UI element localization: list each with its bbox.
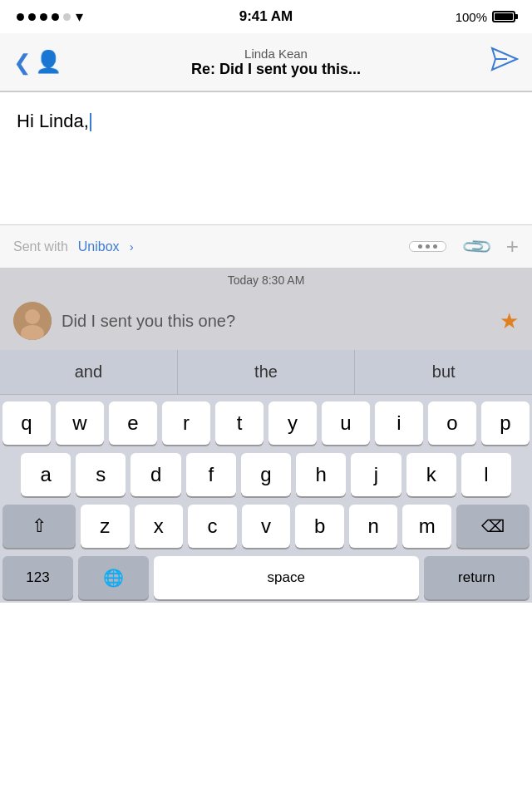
- attachment-icon[interactable]: 📎: [460, 229, 494, 264]
- battery-icon: [492, 11, 515, 22]
- status-left: ▾: [17, 7, 83, 26]
- keyboard-row-1: q w e r t y u i o p: [2, 401, 530, 445]
- sent-with-label: Sent with: [13, 239, 68, 254]
- send-button[interactable]: [490, 47, 519, 77]
- key-r[interactable]: r: [162, 401, 210, 445]
- key-z[interactable]: z: [81, 505, 130, 548]
- autocomplete-bar: and the but: [0, 350, 532, 395]
- key-w[interactable]: w: [56, 401, 104, 445]
- unibox-link[interactable]: Unibox: [78, 239, 120, 254]
- key-q[interactable]: q: [2, 401, 51, 445]
- key-h[interactable]: h: [296, 453, 346, 496]
- autocomplete-the[interactable]: the: [178, 350, 356, 394]
- key-e[interactable]: e: [109, 401, 157, 445]
- globe-key[interactable]: 🌐: [78, 556, 149, 599]
- numbers-key[interactable]: 123: [2, 556, 73, 599]
- keyboard-row-3: ⇧ z x c v b n m ⌫: [2, 505, 530, 548]
- compose-body: Hi Linda,: [17, 111, 89, 131]
- battery-percentage: 100%: [456, 10, 487, 24]
- star-icon[interactable]: ★: [500, 308, 519, 334]
- key-g[interactable]: g: [241, 453, 291, 496]
- keyboard-row-2: a s d f g h j k l: [2, 453, 530, 496]
- timestamp-bar: Today 8:30 AM: [0, 268, 532, 292]
- return-key[interactable]: return: [424, 556, 530, 599]
- status-time: 9:41 AM: [239, 8, 293, 25]
- key-u[interactable]: u: [322, 401, 370, 445]
- footer-chevron-icon: ›: [130, 239, 134, 254]
- space-key[interactable]: space: [154, 556, 419, 599]
- avatar: [13, 302, 52, 340]
- key-v[interactable]: v: [242, 505, 291, 548]
- status-bar: ▾ 9:41 AM 100%: [0, 0, 532, 33]
- key-n[interactable]: n: [349, 505, 398, 548]
- key-l[interactable]: l: [461, 453, 511, 496]
- timestamp-text: Today 8:30 AM: [228, 273, 305, 287]
- key-k[interactable]: k: [406, 453, 456, 496]
- compose-area[interactable]: Hi Linda,: [0, 92, 532, 225]
- back-chevron-icon[interactable]: ❮: [13, 52, 32, 73]
- autocomplete-but[interactable]: but: [355, 350, 532, 394]
- key-p[interactable]: p: [481, 401, 530, 445]
- status-right: 100%: [456, 10, 515, 24]
- signal-dots: [17, 13, 71, 21]
- delete-key[interactable]: ⌫: [456, 505, 530, 548]
- message-preview[interactable]: Did I sent you this one? ★: [0, 292, 532, 350]
- preview-message-text: Did I sent you this one?: [62, 312, 490, 331]
- autocomplete-and[interactable]: and: [0, 350, 178, 394]
- key-i[interactable]: i: [375, 401, 423, 445]
- key-t[interactable]: t: [215, 401, 264, 445]
- key-s[interactable]: s: [76, 453, 126, 496]
- text-cursor: [90, 113, 91, 131]
- key-b[interactable]: b: [295, 505, 344, 548]
- back-nav[interactable]: ❮ 👤: [13, 49, 62, 75]
- keyboard: q w e r t y u i o p a s d f g h j k l ⇧ …: [0, 395, 532, 603]
- svg-point-3: [25, 309, 40, 324]
- key-c[interactable]: c: [188, 505, 237, 548]
- compose-footer: Sent with Unibox › 📎 +: [0, 225, 532, 268]
- email-subject: Re: Did I sent you this...: [70, 61, 482, 78]
- header-center: Linda Kean Re: Did I sent you this...: [70, 47, 482, 78]
- key-y[interactable]: y: [268, 401, 317, 445]
- email-header: ❮ 👤 Linda Kean Re: Did I sent you this..…: [0, 33, 532, 91]
- sender-name: Linda Kean: [70, 47, 482, 61]
- key-m[interactable]: m: [402, 505, 451, 548]
- shift-key[interactable]: ⇧: [2, 505, 76, 548]
- avatar-image: [13, 302, 52, 340]
- wifi-icon: ▾: [76, 7, 83, 26]
- key-j[interactable]: j: [351, 453, 401, 496]
- more-options-button[interactable]: [409, 241, 446, 252]
- key-o[interactable]: o: [428, 401, 476, 445]
- key-a[interactable]: a: [21, 453, 71, 496]
- key-x[interactable]: x: [135, 505, 184, 548]
- key-f[interactable]: f: [186, 453, 236, 496]
- contact-icon[interactable]: 👤: [35, 49, 62, 75]
- add-icon[interactable]: +: [506, 234, 519, 259]
- compose-text: Hi Linda,: [17, 109, 515, 135]
- keyboard-row-4: 123 🌐 space return: [2, 556, 530, 599]
- key-d[interactable]: d: [131, 453, 180, 496]
